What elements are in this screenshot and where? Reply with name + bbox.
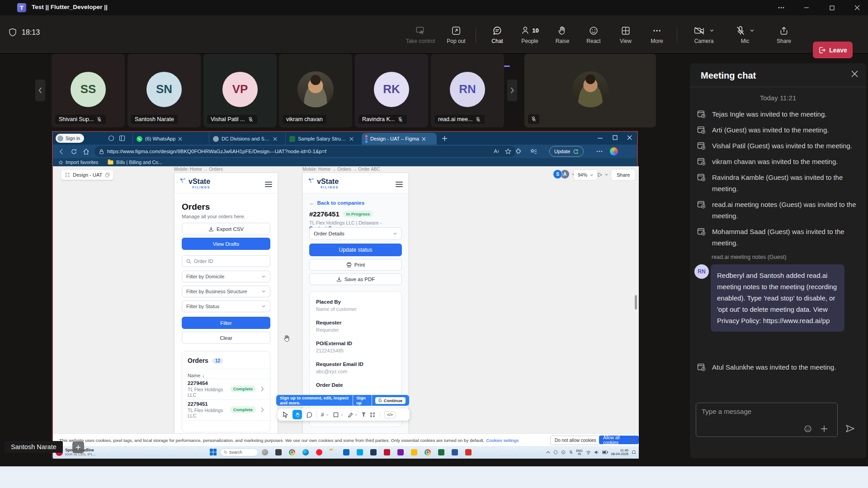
browser-tab-salary-sheet[interactable]: Sample Salary Structure with calc [285,133,357,145]
order-details-select[interactable]: Order Details [309,227,402,240]
filter-structure-select[interactable]: Filter by Business Structure [182,286,270,297]
people-button[interactable]: 10 People [514,21,546,49]
browser-tab-figma[interactable]: Design - UAT – Figma [362,133,437,145]
more-button[interactable]: More [641,21,673,49]
remote-app-icon[interactable] [411,449,417,455]
maximize-button[interactable] [822,0,842,15]
pop-out-button[interactable]: Pop out [440,21,472,49]
copilot-icon[interactable] [610,147,618,155]
read-aloud-icon[interactable] [493,149,500,154]
remote-app-icon[interactable] [465,449,472,455]
browser-signin-chip[interactable]: Sign in [56,134,84,143]
react-button[interactable]: React [577,21,610,49]
browser-update-button[interactable]: Update [549,146,584,157]
share-zoom-in-button[interactable] [72,441,84,453]
figma-file-chip[interactable]: Design - UAT [61,170,113,180]
remote-app-icon[interactable] [397,449,404,455]
filter-status-select[interactable]: Filter by Status [182,300,270,312]
tab-close-icon[interactable] [349,137,354,141]
actions-tool-icon[interactable] [369,412,376,418]
view-button[interactable]: View [609,21,642,49]
bills-folder-item[interactable]: Bills | Billing and Co... [107,160,162,165]
take-control-button[interactable]: Take control [404,21,437,49]
figma-frame-orders[interactable]: vStateFILINGS Orders Manage all your ord… [174,173,278,433]
participant-tile[interactable]: vikram chavan [279,54,352,127]
attach-plus-icon[interactable] [820,425,828,433]
signup-button[interactable]: Sign up [353,394,372,407]
remote-app-icon[interactable] [302,449,309,455]
browser-maximize-icon[interactable] [613,135,618,140]
remote-app-icon[interactable] [452,449,458,455]
volume-icon[interactable] [594,450,599,455]
tab-close-icon[interactable] [178,137,182,141]
tab-search-icon[interactable] [108,135,114,141]
notification-bell-icon[interactable] [632,450,636,455]
titlebar-more-icon[interactable] [771,0,791,15]
frame-tool[interactable]: # [321,412,329,418]
browser-close-icon[interactable] [627,135,632,140]
remote-app-icon[interactable] [384,449,390,455]
remote-app-icon[interactable] [343,449,349,455]
export-csv-button[interactable]: Export CSV [182,223,270,235]
mic-button[interactable]: Mic [727,21,763,49]
remote-app-icon[interactable] [275,449,282,455]
tab-close-icon[interactable] [273,137,277,141]
refresh-icon[interactable] [71,148,77,155]
import-favorites-item[interactable]: Import favorites [58,160,98,165]
tab-close-icon[interactable] [422,137,426,141]
raise-hand-button[interactable]: Raise [546,21,579,49]
extensions-icon[interactable] [515,148,522,155]
order-row[interactable]: 2279451 TL Flex Holdings LLC Complete [182,399,270,419]
text-tool[interactable]: T [362,412,365,418]
tray-chevron-icon[interactable] [546,451,550,454]
update-status-button[interactable]: Update status [309,244,402,256]
remote-app-icon[interactable] [289,449,295,455]
clear-button[interactable]: Clear [182,332,270,344]
new-tab-icon[interactable] [442,136,448,141]
frame2-label[interactable]: Mobile: Home → Orders → Order ABC [302,167,380,172]
order-row[interactable]: 2279454 TL Flex Holdings LLC Complete [182,379,270,399]
strip-scroll-right-button[interactable] [507,80,517,101]
figma-share-button[interactable]: Share [611,169,636,181]
favorite-star-icon[interactable] [505,148,511,155]
search-highlight-icon[interactable] [262,449,268,455]
participant-tile-spotlight[interactable] [524,54,656,127]
filter-button[interactable]: Filter [182,317,270,329]
remote-app-icon[interactable] [438,449,444,455]
leave-button[interactable]: Leave [813,42,853,58]
shape-tool[interactable] [333,412,344,418]
remote-app-icon[interactable] [316,449,322,455]
share-button[interactable]: Share [768,21,800,49]
remote-app-icon[interactable] [370,449,377,455]
order-id-search-input[interactable]: Order ID [182,255,270,267]
canvas-scrollbar[interactable] [635,295,637,310]
filter-domicile-select[interactable]: Filter by Domicile [182,271,270,282]
remote-search-box[interactable]: Search [220,448,258,456]
collaborator-avatars[interactable]: S A [553,169,576,179]
remote-app-icon[interactable] [357,449,363,455]
cookies-settings-link[interactable]: Cookies settings [486,438,519,443]
emoji-icon[interactable] [804,425,812,433]
browser-minimize-icon[interactable] [598,136,603,140]
send-icon[interactable] [845,424,855,433]
chat-message-input[interactable] [696,403,838,437]
back-icon[interactable] [58,148,65,155]
camera-button[interactable]: Camera [684,21,723,49]
remote-start-button[interactable] [210,449,217,456]
dev-mode-toggle[interactable]: </> [384,411,396,418]
participant-tile[interactable]: SN Santosh Narate [127,54,201,127]
browser-tab-dc-divisions[interactable]: DC Divisions and Surroundings [209,133,281,145]
comment-tool-icon[interactable] [306,412,312,418]
close-button[interactable] [847,0,867,15]
url-field[interactable]: https://www.figma.com/design/9BKQ0FOHRWa… [94,146,516,157]
participant-tile[interactable]: RK Ravindra K... [355,54,428,127]
participant-tile[interactable]: RN read.ai mee... [431,54,504,127]
battery-icon[interactable] [602,450,608,454]
google-continue-button[interactable]: G Continue [375,397,406,404]
participant-tile[interactable]: SS Shivani Sup... [52,54,125,127]
chat-close-button[interactable] [851,70,858,77]
tray-icon[interactable] [561,450,566,455]
browser-tab-whatsapp[interactable]: (6) WhatsApp [132,133,186,145]
browser-more-icon[interactable] [596,150,603,153]
minimize-button[interactable] [797,0,816,15]
